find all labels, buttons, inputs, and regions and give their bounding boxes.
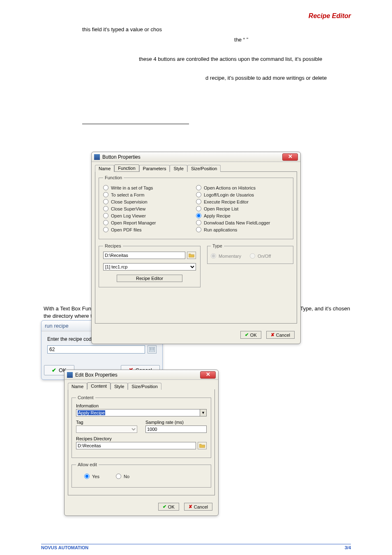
keypad-button[interactable] <box>148 345 157 354</box>
button-properties-dialog: Button Properties ✕ Name Function Parame… <box>91 152 301 344</box>
body-line-2: the “ ” <box>131 36 351 44</box>
recipes-legend: Recipes <box>103 243 123 248</box>
close-button[interactable]: ✕ <box>282 153 298 161</box>
svg-rect-4 <box>150 349 151 350</box>
recipes-directory-input[interactable] <box>76 442 196 449</box>
sampling-rate-input[interactable] <box>145 426 207 433</box>
tab-name[interactable]: Name <box>68 383 87 390</box>
recipe-code-input[interactable] <box>47 345 145 354</box>
svg-rect-2 <box>152 348 152 349</box>
option-open-recipe-list[interactable]: Open Recipe List <box>196 206 289 211</box>
check-icon: ✔ <box>245 332 249 338</box>
tag-label: Tag <box>76 420 137 425</box>
edit-box-properties-dialog: Edit Box Properties ✕ Name Content Style… <box>64 370 219 516</box>
browse-folder-button[interactable] <box>187 252 196 259</box>
type-on-off: On/Off <box>250 253 271 259</box>
type-group: Type Momentary On/Off <box>207 243 293 264</box>
option-open-actions-historics[interactable]: Open Actions on Historics <box>196 185 289 190</box>
option-logoff-login[interactable]: Logoff/Login de Usuarios <box>196 192 289 197</box>
dialog-title: Edit Box Properties <box>75 372 118 378</box>
option-open-pdf[interactable]: Open PDF files <box>103 227 196 232</box>
tab-name[interactable]: Name <box>95 165 114 172</box>
page-header-title: Recipe Editor <box>41 12 351 20</box>
information-label: Information <box>76 403 207 408</box>
type-legend: Type <box>211 243 224 248</box>
option-execute-recipe-editor[interactable]: Execute Recipe Editor <box>196 199 289 204</box>
recipes-directory-label: Recipes Directory <box>76 436 207 441</box>
tab-style[interactable]: Style <box>170 165 187 172</box>
svg-rect-5 <box>152 349 152 350</box>
recipes-group: Recipes [1] tec1.rcp Recipe Editor <box>99 243 201 287</box>
browse-folder-button[interactable] <box>198 442 207 449</box>
dialog-title: Button Properties <box>102 154 141 160</box>
option-select-form[interactable]: To select a Form <box>103 192 196 197</box>
body-line-3: these 4 buttons are controlled the actio… <box>139 55 351 64</box>
type-momentary: Momentary <box>211 253 241 259</box>
content-group: Content Information Apply Recipe ▼ Tag <box>71 395 211 458</box>
allow-edit-no[interactable]: No <box>116 474 129 479</box>
app-icon <box>67 372 73 378</box>
information-select[interactable]: Apply Recipe <box>76 409 200 416</box>
function-legend: Function <box>103 175 124 180</box>
cross-icon: ✘ <box>271 332 274 338</box>
recipe-editor-button[interactable]: Recipe Editor <box>117 275 182 282</box>
chevron-down-icon[interactable]: ▼ <box>200 409 207 416</box>
body-line-1: this field it's typed a value or chos <box>82 25 351 34</box>
option-close-superview[interactable]: Close SuperView <box>103 206 196 211</box>
page-footer: NOVUS AUTOMATION 3/4 <box>41 544 351 550</box>
svg-rect-6 <box>153 349 154 350</box>
cancel-button[interactable]: ✘Cancel <box>266 331 295 339</box>
close-icon: ✕ <box>288 153 293 160</box>
tab-parameters[interactable]: Parameters <box>139 165 170 172</box>
check-icon: ✔ <box>163 504 166 509</box>
ok-button[interactable]: ✔OK <box>158 503 179 511</box>
footer-page-number: 3/4 <box>345 545 351 550</box>
folder-icon <box>199 443 205 448</box>
recipes-path-input[interactable] <box>103 252 185 259</box>
cancel-button[interactable]: ✘Cancel <box>184 503 212 511</box>
option-download-fieldlogger[interactable]: Donwload Data New FieldLogger <box>196 220 289 225</box>
option-apply-recipe[interactable]: Apply Recipe <box>196 213 289 218</box>
option-run-applications[interactable]: Run applications <box>196 227 289 232</box>
tab-size-position[interactable]: Size/Position <box>128 383 161 390</box>
keypad-icon <box>149 347 155 352</box>
option-close-supervision[interactable]: Close Supervision <box>103 199 196 204</box>
tab-strip: Name Function Parameters Style Size/Posi… <box>92 162 300 171</box>
check-icon: ✔ <box>52 367 56 373</box>
tab-function[interactable]: Function <box>114 164 139 171</box>
close-button[interactable]: ✕ <box>200 371 216 379</box>
option-open-report-manager[interactable]: Open Report Manager <box>103 220 196 225</box>
app-icon <box>94 154 100 160</box>
tab-strip: Name Content Style Size/Position <box>65 380 218 389</box>
recipe-file-select[interactable]: [1] tec1.rcp <box>103 263 196 271</box>
cross-icon: ✘ <box>189 504 192 509</box>
svg-rect-3 <box>153 348 154 349</box>
divider <box>82 124 189 124</box>
body-line-4: d recipe, it's possible to add more writ… <box>205 74 351 83</box>
allow-edit-legend: Allow edit <box>76 462 99 467</box>
tab-content[interactable]: Content <box>87 382 111 389</box>
tab-style[interactable]: Style <box>111 383 128 390</box>
sampling-rate-label: Sampling rate (ms) <box>145 420 207 425</box>
tab-size-position[interactable]: Size/Position <box>187 165 221 172</box>
dialog-title: run recipe <box>45 323 69 329</box>
content-legend: Content <box>76 395 95 400</box>
option-open-log-viewer[interactable]: Open Log Viewer <box>103 213 196 218</box>
option-write-tags[interactable]: Write in a set of Tags <box>103 185 196 190</box>
close-icon: ✕ <box>206 371 210 377</box>
allow-edit-yes[interactable]: Yes <box>84 474 99 479</box>
allow-edit-group: Allow edit Yes No <box>71 462 211 488</box>
tag-select <box>76 426 137 433</box>
ok-button[interactable]: ✔OK <box>240 331 261 339</box>
svg-rect-1 <box>150 348 151 349</box>
function-group: Function Write in a set of Tags To selec… <box>99 175 293 239</box>
folder-icon <box>189 253 194 258</box>
footer-company: NOVUS AUTOMATION <box>41 545 88 550</box>
